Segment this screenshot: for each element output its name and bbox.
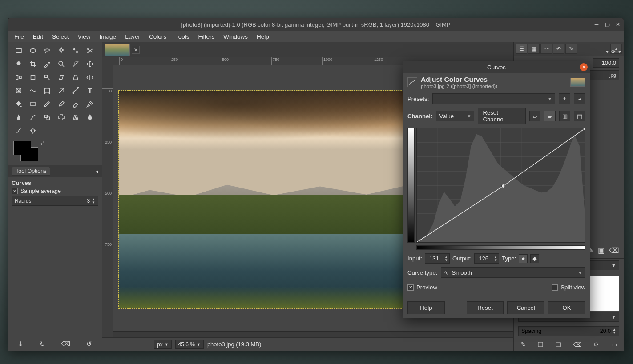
restore-options-icon[interactable]: ↻ [40,340,45,348]
rd-tab-undo-icon[interactable]: ↶ [553,44,564,54]
tool-warp[interactable] [26,84,40,97]
tool-paintbrush[interactable] [54,97,69,111]
rd-new2-icon[interactable]: ❐ [538,341,544,348]
tool-smudge[interactable] [12,124,26,137]
tool-zoom[interactable] [54,57,69,71]
horizontal-scrollbar[interactable] [113,331,513,337]
close-icon[interactable]: ✕ [615,21,621,28]
vertical-ruler[interactable]: 0 250 500 750 [102,57,113,337]
save-options-icon[interactable]: ⤓ [18,340,24,348]
tool-pencil[interactable] [40,97,54,111]
log-hist-icon[interactable]: ▰ [544,111,556,121]
reset-channel-button[interactable]: Reset Channel [478,108,526,124]
tool-rotate[interactable] [26,71,40,84]
channel-select[interactable]: Value▼ [436,111,474,121]
point-type-corner-icon[interactable]: ◆ [530,254,539,263]
tool-fuzzy-select[interactable] [54,44,69,57]
minimize-icon[interactable]: ─ [593,21,600,28]
color-swatch[interactable]: ⇄ [8,137,102,165]
dialog-titlebar[interactable]: Curves ✕ [403,61,590,73]
cancel-button[interactable]: Cancel [507,301,544,314]
zoom-selector[interactable]: 45.6 % ▼ [175,340,204,349]
menu-select[interactable]: Select [48,32,73,41]
rd-new-icon[interactable]: ▣ [598,246,605,255]
input-value[interactable] [425,254,443,263]
tool-measure[interactable] [69,57,83,71]
rd-tab-paint-icon[interactable]: ✎ [565,44,577,54]
preview-checkbox[interactable]: ✕ [407,284,414,291]
help-button[interactable]: Help [407,301,445,314]
output-range-icon[interactable]: ▤ [574,111,585,121]
menu-tools[interactable]: Tools [172,32,193,41]
menu-layer[interactable]: Layer [121,32,144,41]
tool-bucket[interactable] [12,97,26,111]
menu-help[interactable]: Help [253,32,273,41]
rd-delete-icon[interactable]: ⌫ [609,246,619,255]
tool-cage[interactable] [12,84,26,97]
tool-ellipse-select[interactable] [26,44,40,57]
radius-slider[interactable]: Radius 3 ▲▼ [12,196,98,206]
rd-del-icon[interactable]: ⌫ [573,341,582,348]
rd-open-icon[interactable]: ▭ [611,341,617,348]
sample-average-checkbox[interactable]: ✕ [12,188,18,194]
split-view-checkbox[interactable] [552,284,558,291]
tool-airbrush[interactable] [83,97,97,111]
tool-heal[interactable] [54,111,69,124]
tool-blur[interactable] [83,111,97,124]
rd-tab-brushes-icon[interactable]: ☰ [516,44,527,54]
tool-scale[interactable] [40,71,54,84]
curve-type-select[interactable]: ∿Smooth▼ [441,267,585,278]
menu-file[interactable]: File [11,32,28,41]
menu-filters[interactable]: Filters [194,32,218,41]
maximize-icon[interactable]: ▢ [604,21,610,28]
rd-refresh-top-icon[interactable]: ⟳ [611,48,616,55]
output-spinner[interactable]: ▲▼ [474,253,499,264]
spacing-slider[interactable]: Spacing 20.0 ▲▼ [518,326,619,336]
menu-windows[interactable]: Windows [220,32,251,41]
tool-ink[interactable] [12,111,26,124]
tool-rect-select[interactable] [12,44,26,57]
input-spinner[interactable]: ▲▼ [425,253,450,264]
dialog-close-icon[interactable]: ✕ [580,63,588,71]
image-tab-close-icon[interactable]: ✕ [132,46,140,54]
tool-handle[interactable] [54,84,69,97]
tool-align[interactable] [12,71,26,84]
tool-clone[interactable] [40,111,54,124]
rd-refresh-icon[interactable]: ⟳ [594,341,599,348]
rd-left-arrow-icon[interactable]: ▾ [606,48,609,55]
reset-button[interactable]: Reset [467,301,504,314]
menu-edit[interactable]: Edit [29,32,47,41]
tool-options-tab[interactable]: Tool Options ◂ [8,165,102,177]
presets-select[interactable]: ▼ [432,93,555,104]
image-tab-thumb[interactable] [105,44,130,56]
tool-gradient[interactable] [26,97,40,111]
tool-color-picker[interactable] [40,57,54,71]
rd-tab-gradients-icon[interactable]: 〰 [540,44,552,54]
rd-right-arrow-icon[interactable]: ▾ [618,48,621,55]
tool-scissors[interactable] [83,44,97,57]
reset-options-icon[interactable]: ↺ [86,340,92,348]
linear-hist-icon[interactable]: ▱ [529,111,541,121]
tool-shear[interactable] [54,71,69,84]
tool-foreground-select[interactable] [12,57,26,71]
tool-dodge[interactable] [26,124,40,137]
menu-view[interactable]: View [74,32,94,41]
rd-opacity-value[interactable]: 100.0 [593,58,619,68]
preset-menu-icon[interactable]: ◂ [574,93,585,104]
tool-eraser[interactable] [69,97,83,111]
tool-mypaint[interactable] [26,111,40,124]
dock-menu-icon[interactable]: ◂ [95,168,98,175]
output-value[interactable] [475,254,492,263]
tool-text[interactable] [83,84,97,97]
radius-down-icon[interactable]: ▼ [92,201,95,204]
tool-paths[interactable] [69,84,83,97]
menu-image[interactable]: Image [96,32,120,41]
tool-unified[interactable] [40,84,54,97]
add-preset-icon[interactable]: ＋ [559,93,570,104]
titlebar[interactable]: [photo3] (imported)-1.0 (RGB color 8-bit… [8,18,624,31]
tool-lasso[interactable] [40,44,54,57]
menu-colors[interactable]: Colors [145,32,170,41]
tool-flip[interactable] [83,71,97,84]
tool-by-color[interactable] [69,44,83,57]
input-range-icon[interactable]: ▥ [559,111,571,121]
